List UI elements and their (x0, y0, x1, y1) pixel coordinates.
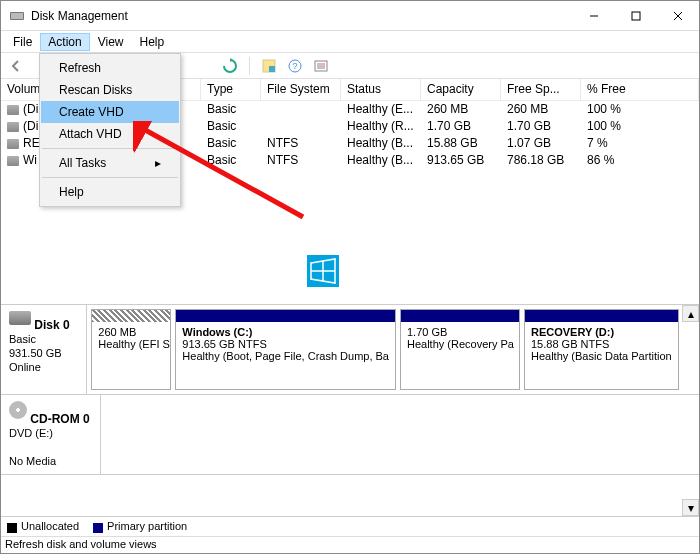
partition[interactable]: RECOVERY (D:)15.88 GB NTFSHealthy (Basic… (524, 309, 679, 390)
svg-text:?: ? (292, 61, 297, 71)
menu-help-item[interactable]: Help (41, 181, 179, 203)
scroll-up-button[interactable]: ▴ (682, 305, 699, 322)
close-button[interactable] (657, 1, 699, 31)
help-icon[interactable]: ? (284, 55, 306, 77)
properties-icon[interactable] (310, 55, 332, 77)
disk-row[interactable]: Disk 0 Basic 931.50 GB Online 260 MBHeal… (1, 305, 699, 395)
volume-icon (7, 122, 19, 132)
col-type[interactable]: Type (201, 79, 261, 100)
col-filesystem[interactable]: File System (261, 79, 341, 100)
menu-action[interactable]: Action (40, 33, 89, 51)
minimize-button[interactable] (573, 1, 615, 31)
disk-row[interactable]: CD-ROM 0 DVD (E:) No Media (1, 395, 699, 475)
col-percent-free[interactable]: % Free (581, 79, 699, 100)
svg-rect-7 (269, 66, 275, 72)
disk-name: Disk 0 (34, 318, 69, 332)
col-free[interactable]: Free Sp... (501, 79, 581, 100)
disk-info: Disk 0 Basic 931.50 GB Online (1, 305, 87, 394)
partition[interactable]: Windows (C:)913.65 GB NTFSHealthy (Boot,… (175, 309, 396, 390)
cdrom-state: No Media (9, 455, 56, 467)
partition[interactable]: 260 MBHealthy (EFI Sy (91, 309, 171, 390)
title-bar: Disk Management (1, 1, 699, 31)
legend: Unallocated Primary partition (1, 516, 699, 536)
action-dropdown: Refresh Rescan Disks Create VHD Attach V… (39, 53, 181, 207)
cdrom-name: CD-ROM 0 (30, 412, 89, 426)
disk-state: Online (9, 361, 41, 373)
menu-all-tasks[interactable]: All Tasks▸ (41, 152, 179, 174)
disk-graphical-pane: ▴ Disk 0 Basic 931.50 GB Online 260 MBHe… (1, 305, 699, 536)
cdrom-icon (9, 401, 27, 419)
app-icon (9, 8, 25, 24)
window-title: Disk Management (31, 9, 573, 23)
volume-icon (7, 156, 19, 166)
disk-icon (9, 311, 31, 325)
svg-rect-1 (11, 13, 23, 19)
menu-help[interactable]: Help (132, 33, 173, 51)
volume-icon (7, 139, 19, 149)
scroll-down-button[interactable]: ▾ (682, 499, 699, 516)
cdrom-info: CD-ROM 0 DVD (E:) No Media (1, 395, 101, 474)
col-capacity[interactable]: Capacity (421, 79, 501, 100)
windows-logo-icon (307, 255, 339, 287)
menu-attach-vhd[interactable]: Attach VHD (41, 123, 179, 145)
back-button[interactable] (5, 55, 27, 77)
maximize-button[interactable] (615, 1, 657, 31)
refresh-icon[interactable] (219, 55, 241, 77)
disk-type: Basic (9, 333, 36, 345)
menu-refresh[interactable]: Refresh (41, 57, 179, 79)
partition[interactable]: 1.70 GBHealthy (Recovery Pa (400, 309, 520, 390)
legend-unallocated: Unallocated (21, 520, 79, 532)
status-bar: Refresh disk and volume views (1, 536, 699, 553)
menu-create-vhd[interactable]: Create VHD (41, 101, 179, 123)
menu-view[interactable]: View (90, 33, 132, 51)
menu-bar: File Action View Help (1, 31, 699, 53)
legend-primary: Primary partition (107, 520, 187, 532)
settings-icon[interactable] (258, 55, 280, 77)
col-status[interactable]: Status (341, 79, 421, 100)
chevron-right-icon: ▸ (155, 156, 161, 170)
svg-rect-3 (632, 12, 640, 20)
volume-icon (7, 105, 19, 115)
menu-rescan-disks[interactable]: Rescan Disks (41, 79, 179, 101)
cdrom-type: DVD (E:) (9, 427, 53, 439)
disk-size: 931.50 GB (9, 347, 62, 359)
menu-file[interactable]: File (5, 33, 40, 51)
